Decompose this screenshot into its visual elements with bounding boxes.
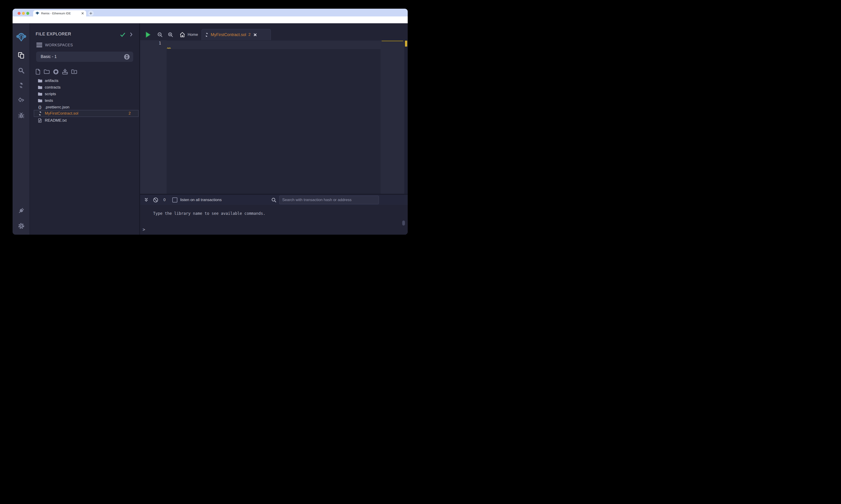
workspace-selected-value: Basic - 1 [41, 54, 124, 59]
editor-scrollbar[interactable] [404, 40, 408, 194]
upload-file-icon[interactable] [62, 69, 68, 75]
clone-github-icon[interactable] [53, 69, 59, 75]
solidity-file-icon [37, 111, 43, 116]
home-icon [179, 32, 185, 38]
workspace-select[interactable]: Basic - 1 [36, 52, 133, 62]
new-folder-icon[interactable] [44, 69, 50, 74]
remix-logo-icon[interactable] [13, 32, 30, 43]
listen-checkbox[interactable] [172, 197, 177, 202]
upload-folder-icon[interactable] [71, 69, 77, 74]
terminal-scrollbar-thumb[interactable] [402, 220, 405, 226]
plugin-manager-plug-icon[interactable] [13, 207, 30, 214]
select-stepper-icon [124, 54, 130, 59]
tree-row-contracts[interactable]: contracts [37, 84, 136, 91]
tree-row-scripts[interactable]: scripts [37, 91, 136, 97]
browser-tab-strip: Remix - Ethereum IDE [13, 9, 408, 16]
run-script-play-icon[interactable] [145, 29, 151, 40]
close-tab-icon[interactable] [254, 33, 257, 37]
file-explorer-icon[interactable] [13, 52, 30, 59]
line-number: 1 [154, 41, 161, 46]
tab-myfirstcontract-active[interactable]: MyFirstContract.sol 2 [202, 29, 271, 40]
current-line-highlight [167, 41, 380, 49]
terminal-search-icon [271, 197, 276, 203]
search-icon[interactable] [13, 67, 30, 74]
tree-row-artifacts[interactable]: artifacts [37, 77, 136, 84]
pending-tx-count: 0 [164, 198, 166, 202]
json-braces-icon: {} [37, 105, 43, 109]
problem-count-badge: 2 [128, 111, 131, 116]
terminal-message: Type the library name to see available c… [153, 211, 265, 216]
zoom-window-button[interactable] [26, 12, 29, 15]
chevron-right-icon[interactable] [130, 32, 133, 37]
folder-icon [37, 85, 43, 89]
terminal-output[interactable]: Type the library name to see available c… [140, 205, 408, 235]
file-actions-toolbar [35, 69, 81, 75]
tree-row-tests[interactable]: tests [37, 97, 136, 104]
editor-gutter: 1 [140, 40, 167, 194]
tab-home[interactable]: Home [179, 29, 198, 40]
terminal-toolbar: 0 listen on all transactions [140, 195, 408, 205]
overview-warning-marker [405, 41, 407, 47]
close-window-button[interactable] [18, 12, 21, 15]
panel-title: FILE EXPLORER [36, 32, 71, 37]
text-file-icon [37, 118, 43, 123]
solidity-file-icon [205, 32, 208, 37]
screenshot-root: Remix - Ethereum IDE [0, 0, 420, 252]
editor-tab-bar: Home MyFirstContract.sol 2 [140, 29, 408, 40]
warning-squiggle [167, 47, 171, 49]
deploy-and-run-icon[interactable] [13, 97, 30, 104]
workspaces-menu-icon[interactable] [36, 43, 42, 48]
zoom-in-icon[interactable] [168, 29, 173, 40]
clear-console-ban-icon[interactable] [153, 197, 158, 203]
new-tab-button[interactable] [88, 11, 94, 16]
settings-gear-icon[interactable] [13, 222, 30, 230]
listen-label: listen on all transactions [180, 198, 221, 202]
browser-tab[interactable]: Remix - Ethereum IDE [33, 10, 86, 16]
collapse-terminal-icon[interactable] [144, 197, 148, 202]
minimize-window-button[interactable] [22, 12, 25, 15]
workspaces-label: WORKSPACES [45, 43, 73, 47]
tree-row-readme[interactable]: README.txt [37, 117, 136, 124]
check-icon [120, 32, 126, 37]
folder-icon [37, 92, 43, 96]
solidity-compiler-icon[interactable] [13, 82, 30, 89]
tree-row-myfirstcontract-selected[interactable]: MyFirstContract.sol 2 [34, 110, 138, 117]
remix-favicon-icon [35, 12, 39, 15]
debugger-bug-icon[interactable] [13, 112, 30, 119]
code-editor[interactable]: 1 [140, 40, 408, 194]
folder-icon [37, 79, 43, 83]
minimap-warning-mark [382, 41, 403, 41]
new-file-icon[interactable] [35, 69, 41, 75]
folder-icon [37, 98, 43, 103]
terminal-prompt: > [143, 227, 145, 232]
browser-window: Remix - Ethereum IDE [13, 9, 408, 235]
problem-count-badge: 2 [248, 32, 251, 37]
editor-minimap[interactable] [380, 40, 404, 194]
tree-row-prettierrc[interactable]: {} .prettierrc.json [37, 104, 136, 110]
transaction-search-input[interactable] [279, 196, 379, 204]
browser-toolbar: remix.ethereum.org/#lang=en&optimize=fal… [13, 16, 408, 23]
browser-tab-title: Remix - Ethereum IDE [41, 12, 81, 15]
zoom-out-icon[interactable] [157, 29, 163, 40]
tab-close-icon[interactable] [81, 12, 84, 15]
